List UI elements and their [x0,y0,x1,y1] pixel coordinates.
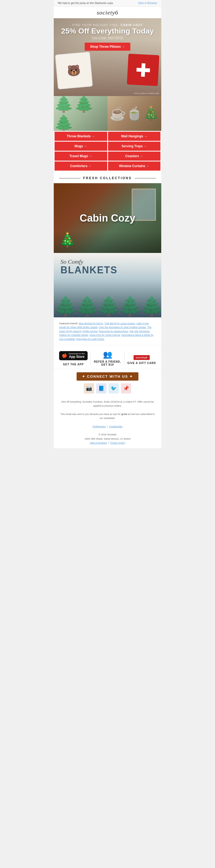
social-instagram[interactable]: 📷 [84,383,94,394]
fresh-collections-header: FRESH COLLECTIONS [54,172,161,183]
photo-trees: 🌲🌲🌲 [54,96,107,131]
cabin-window-decoration [132,189,156,221]
coasters-button[interactable]: Coasters → [108,152,161,161]
photos-strip: 🌲🌲🌲 ☕🍵🎄 [54,96,161,131]
get-app-section[interactable]: 🍎 Download on the App Store GET THE APP [56,350,90,366]
apple-icon: 🍎 [62,353,67,358]
featured-link-4[interactable]: Over the Mountains by Stay Positive Desi… [99,326,146,329]
refer-icon: 👥 [90,350,125,359]
privacy-policy-link[interactable]: Privacy Policy [110,441,125,444]
hero-banner: FIND YOUR HOLIDAY VIBE: CABIN COZY 25% O… [54,18,161,96]
throw-blankets-button[interactable]: Throw Blankets → [55,132,107,141]
cabin-cozy-text: Cabin Cozy [80,212,135,224]
photo-products: ☕🍵🎄 [107,96,161,131]
forest-trees-decoration: 🌲🌲🌲🌲🌲 [54,294,161,317]
cabin-tree-decoration: 🎄 [59,232,76,248]
social-icons-row: 📷 📘 🐦 📌 [58,383,157,394]
footer-view-browser-link[interactable]: View in Browser [90,441,107,444]
top-bar: We had to get the jump on the Starbucks … [54,0,161,6]
connect-banner: ✦ CONNECT WITH US ✦ [77,372,138,381]
fresh-collections-title: FRESH COLLECTIONS [83,176,132,180]
hero-code: Use Code: DECOR25 [61,36,154,40]
hero-find-text: FIND YOUR HOLIDAY VIBE: CABIN COZY [61,24,154,27]
featured-label: Featured Artwork: [59,322,78,325]
gift-card-section[interactable]: society6 GIVE A GIFT CARD [125,352,159,365]
logo-bar: society6 [54,6,161,18]
app-store-button[interactable]: 🍎 Download on the App Store [59,351,87,360]
featured-link-6[interactable]: Pinecones by Jessica Roux [99,330,128,333]
featured-link-1[interactable]: Blue Birches by MOJA [79,322,103,325]
footer-pref-links: Preferences | Unsubscribe [59,425,156,429]
cabin-cozy-banner[interactable]: 🎄 Cabin Cozy [54,183,161,253]
preferences-link[interactable]: Preferences [93,425,106,428]
pillow-cross [127,54,159,86]
top-bar-message: We had to get the jump on the Starbucks … [58,2,114,5]
discount-notice: 25% off everything. Excludes Furniture. … [59,400,156,408]
shop-pillows-button[interactable]: Shop Throw Pillows → [85,43,130,51]
mugs-decoration: ☕🍵🎄 [109,106,159,121]
get-app-label: GET THE APP [56,363,90,366]
connect-section: ✦ CONNECT WITH US ✦ 📷 📘 🐦 📌 [54,369,161,397]
featured-link-10[interactable]: Evergreen by Leah Flores [76,338,104,340]
window-curtains-button[interactable]: Window Curtains → [108,161,161,170]
wall-hangings-button[interactable]: Wall Hangings → [108,132,161,141]
hero-theme: CABIN COZY [121,24,143,27]
bottom-actions-row: 🍎 Download on the App Store GET THE APP … [54,345,161,369]
social-twitter[interactable]: 🐦 [109,383,119,394]
product-button-grid: Throw Blankets → Wall Hangings → Mugs → … [54,131,161,172]
refer-friend-section[interactable]: 👥 REFER A FRIEND, GET $10 [90,350,125,366]
hero-excludes: *EXCLUDES FURNITURE [134,92,159,95]
unsubscribe-link[interactable]: Unsubscribe [109,425,122,428]
travel-mugs-button[interactable]: Travel Mugs → [55,152,107,161]
cabin-cozy-title: Cabin Cozy [80,212,135,224]
blankets-title: BLANKETS [60,265,155,275]
mugs-button[interactable]: Mugs → [55,142,107,151]
blankets-section[interactable]: So Comfy BLANKETS 🌲🌲🌲🌲🌲 [54,253,161,317]
gift-card-icon: society6 [125,352,159,360]
cross-icon [136,63,150,77]
social-facebook[interactable]: 📘 [96,383,106,394]
featured-link-2[interactable]: THE BEAR by Laura Graves [104,322,135,325]
gift-badge: society6 [134,355,150,360]
hero-text-block: FIND YOUR HOLIDAY VIBE: CABIN COZY 25% O… [61,24,154,51]
trees-decoration: 🌲🌲🌲 [54,96,107,131]
logo: society6 [97,9,118,16]
address: 1655 26th Street, Santa Monica, CA 90404 [59,437,156,441]
hero-discount: 25% Off Everything Today [61,27,154,35]
app-store-small-text: Download on the [69,352,85,355]
social-pinterest[interactable]: 📌 [121,383,131,394]
featured-link-8[interactable]: Snow Porn by Tordis Kayma [89,334,120,336]
footer: 25% off everything. Excludes Furniture. … [54,397,161,448]
app-store-big-text: App Store [69,355,85,359]
serving-trays-button[interactable]: Serving Trays → [108,142,161,151]
pillow-bear: 🐻 [55,52,93,90]
app-store-button-text: Download on the App Store [69,352,85,359]
copyright: © 2018 Society6 [59,433,156,437]
gift-label: GIVE A GIFT CARD [125,362,159,365]
comforters-button[interactable]: Comforters → [55,161,107,170]
featured-artwork-section: Featured Artwork: Blue Birches by MOJA, … [54,317,161,345]
app-store-icon: 🍎 Download on the App Store [56,350,90,362]
forest-overlay: 🌲🌲🌲🌲🌲 [54,274,161,317]
email-notice: This email was sent to you because you h… [59,412,156,421]
view-in-browser-link[interactable]: View in Browser [138,2,157,5]
footer-bottom-links: View in Browser | Privacy Policy [59,441,156,445]
refer-label: REFER A FRIEND, GET $10 [90,360,125,366]
